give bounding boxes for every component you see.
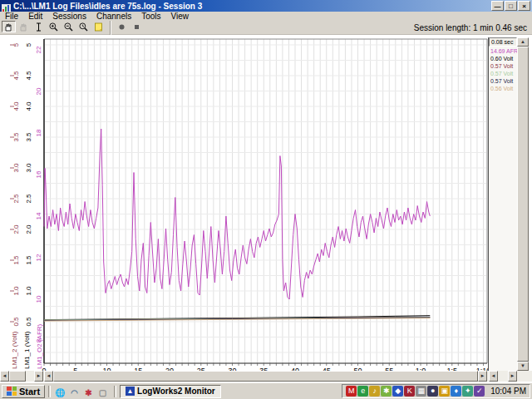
tray-icon-11[interactable]: ✦ [462,386,473,397]
legend-value: 0.57 Volt [489,77,517,85]
scroll-up-button[interactable]: ▲ [517,37,529,47]
svg-text:22: 22 [35,46,42,53]
close-button[interactable]: × [518,1,530,11]
start-button[interactable]: Start [2,385,45,398]
legend-value: 0.57 Volt [489,70,517,77]
zoom-time-button[interactable] [76,21,91,32]
select-tool-icon [18,22,29,32]
svg-text:3.0: 3.0 [25,163,32,173]
system-tray: Me♪✱◆K▦●▣♦✦✓ 10:04 PM [342,384,530,398]
legend-scroll-right-button[interactable]: ► [508,371,517,382]
logworks-icon: ▲ [126,387,135,396]
chart-plot[interactable]: 05101520253035404550551:01:51:100.51.01.… [0,35,532,382]
legend-panel: 0.08 sec14.69 AFR0.60 Volt0.57 Volt0.57 … [488,37,517,371]
session-length-label: Session length: [414,23,470,32]
tray-icon-12[interactable]: ✓ [474,386,485,397]
tray-icon-4[interactable]: ✱ [381,386,392,397]
svg-text:18: 18 [35,129,42,136]
vertical-scroll-thumb[interactable] [517,47,529,362]
swirl-icon[interactable]: ◠ [68,387,81,399]
legend-value: 14.69 AFR [489,47,517,55]
record-button[interactable] [115,21,129,32]
quick-launch: 🌐◠✱▢ [54,384,111,399]
tray-icons: Me♪✱◆K▦●▣♦✦✓ [346,386,485,397]
plot-scroll-right-button[interactable]: ► [478,371,487,382]
tray-icon-10[interactable]: ♦ [451,386,461,397]
start-button-label: Start [19,387,40,397]
menu-item-view[interactable]: View [166,12,195,22]
horizontal-scrollbar[interactable]: ◄ ► ◄ ► ◄ ► [0,371,532,382]
axis-scroll-left-button[interactable]: ◄ [0,371,9,382]
tray-icon-2[interactable]: e [357,386,368,397]
app-window: C:\...\LM1 Log Files\idles are 75s.log -… [0,0,532,382]
toolbar-buttons [2,21,145,36]
app-icon[interactable] [2,2,11,11]
select-tool-button [17,21,31,32]
tray-icon-6[interactable]: K [404,386,415,397]
tray-icon-7[interactable]: ▦ [416,386,426,397]
axis-scroll-thumb[interactable] [9,371,26,382]
marker-tool-icon [33,22,44,32]
svg-text:4.0: 4.0 [25,101,32,111]
marker-tool-button[interactable] [32,21,46,32]
tray-icon-3[interactable]: ♪ [369,386,380,397]
y-axis-title-2: LM1_1 (Volt) [23,331,31,369]
svg-text:2.5: 2.5 [25,194,32,204]
notes-icon [93,22,104,32]
svg-text:1.0: 1.0 [25,286,32,296]
toolbar-separator [110,21,111,35]
restore-button[interactable]: □ [505,1,517,11]
svg-text:3.5: 3.5 [25,132,32,142]
zoom-out-button[interactable] [62,21,76,32]
stop-button[interactable] [130,21,144,32]
desktop: C:\...\LM1 Log Files\idles are 75s.log -… [0,0,532,399]
pan-tool-icon [3,22,14,32]
svg-text:5: 5 [25,42,32,47]
legend-value: 0.56 Volt [489,85,517,92]
taskbar: Start 🌐◠✱▢ ▲ LogWorks2 Monitor Me♪✱◆K▦●▣… [0,382,532,399]
chart-area: 05101520253035404550551:01:51:100.51.01.… [0,35,532,382]
tray-icon-9[interactable]: ▣ [439,386,450,397]
svg-text:12: 12 [35,254,42,261]
svg-text:20: 20 [35,87,42,95]
plot-scroll-thumb[interactable] [53,371,478,382]
plot-scroll-left-button[interactable]: ◄ [44,371,53,382]
toolbar: Session length: 1 min 0.46 sec [0,22,532,35]
stop-icon [131,22,142,32]
y-axis-title-3: LM1_O2 (AFR) [36,323,43,369]
title-bar[interactable]: C:\...\LM1 Log Files\idles are 75s.log -… [0,0,532,12]
tray-icon-8[interactable]: ● [427,386,438,397]
svg-text:2.0: 2.0 [25,224,32,234]
messenger-icon[interactable]: ✱ [82,387,95,399]
pan-tool-button[interactable] [2,21,16,32]
minimize-button[interactable]: — [491,1,504,11]
task-button-label: LogWorks2 Monitor [137,387,215,396]
legend-value: 0.60 Volt [489,55,517,62]
svg-text:14: 14 [35,212,42,219]
svg-text:1.5: 1.5 [25,255,32,265]
axis-scroll-right-button[interactable]: ► [34,371,43,382]
taskbar-divider [48,386,51,397]
zoom-time-icon [78,22,89,32]
legend-value: 0.57 Volt [489,62,517,70]
show-desktop-icon[interactable]: ▢ [96,387,109,399]
browser-icon[interactable]: 🌐 [54,387,66,399]
svg-text:16: 16 [35,170,42,178]
zoom-in-button[interactable] [47,21,61,32]
legend-scroll-left-button[interactable]: ◄ [489,371,498,382]
svg-text:4.5: 4.5 [25,71,32,81]
task-button-logworks2[interactable]: ▲ LogWorks2 Monitor [120,385,221,398]
svg-text:0.5: 0.5 [25,317,32,327]
notes-button[interactable] [91,21,106,32]
zoom-out-icon [63,22,74,32]
record-icon [116,22,127,32]
tray-icon-1[interactable]: M [346,386,357,397]
session-length-value: 1 min 0.46 sec [473,23,527,32]
tray-icon-5[interactable]: ◆ [392,386,403,397]
vertical-scrollbar[interactable]: ▲ ▼ [517,37,529,371]
scroll-down-button[interactable]: ▼ [517,362,529,371]
taskbar-clock[interactable]: 10:04 PM [485,387,526,396]
session-length: Session length: 1 min 0.46 sec [414,23,527,32]
zoom-in-icon [48,22,59,32]
windows-logo-icon [7,387,17,396]
